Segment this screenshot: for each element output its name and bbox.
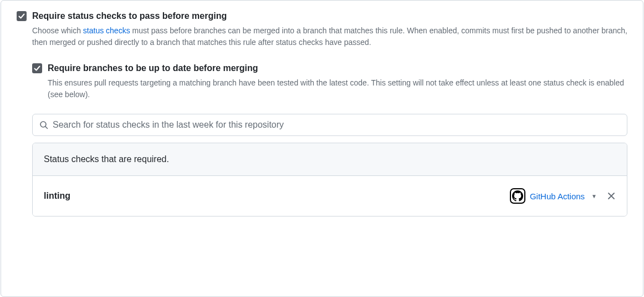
desc-prefix: Choose which [32, 26, 83, 35]
remove-status-check-button[interactable] [607, 192, 616, 200]
search-icon [39, 120, 48, 129]
check-icon [34, 65, 40, 72]
required-status-check-source-label: GitHub Actions [530, 192, 585, 201]
svg-line-1 [45, 127, 48, 129]
require-status-checks-title: Require status checks to pass before mer… [32, 9, 627, 23]
branch-protection-rule-panel: Require status checks to pass before mer… [1, 0, 643, 297]
require-up-to-date-checkbox[interactable] [32, 63, 42, 73]
require-status-checks-content: Require status checks to pass before mer… [32, 9, 627, 48]
status-checks-section: Require status checks to pass before mer… [1, 1, 643, 225]
required-status-check-source-dropdown[interactable]: GitHub Actions ▼ [510, 188, 597, 204]
chevron-down-icon: ▼ [591, 193, 597, 199]
require-up-to-date-row: Require branches to be up to date before… [32, 62, 627, 100]
status-check-search[interactable] [32, 114, 627, 136]
require-up-to-date-title: Require branches to be up to date before… [48, 62, 627, 75]
require-up-to-date-content: Require branches to be up to date before… [48, 62, 627, 100]
required-status-checks-list: Status checks that are required. linting… [32, 143, 627, 217]
require-up-to-date-description: This ensures pull requests targeting a m… [48, 77, 627, 100]
github-actions-icon [510, 188, 525, 204]
required-status-check-row: linting GitHub Actions ▼ [33, 176, 627, 216]
required-status-check-name: linting [44, 191, 510, 201]
require-status-checks-row: Require status checks to pass before mer… [17, 9, 627, 48]
close-icon [607, 192, 616, 200]
status-checks-link[interactable]: status checks [83, 26, 130, 35]
require-status-checks-description: Choose which status checks must pass bef… [32, 25, 627, 48]
status-check-search-input[interactable] [53, 120, 620, 130]
required-status-checks-header: Status checks that are required. [33, 143, 627, 176]
require-status-checks-checkbox[interactable] [17, 11, 27, 21]
check-icon [18, 13, 25, 19]
